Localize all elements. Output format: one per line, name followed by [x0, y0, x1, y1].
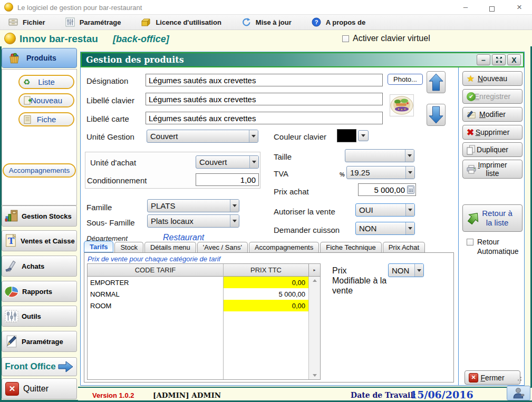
tab-stock[interactable]: Stock [114, 242, 143, 252]
keyboard-color-swatch[interactable] [337, 129, 356, 142]
maximize-button[interactable] [489, 4, 495, 14]
minimize-button[interactable]: – [458, 2, 473, 11]
libelle-clavier-label: Libellé clavier [86, 96, 134, 105]
user-session-button[interactable] [507, 386, 530, 400]
menu-licence-label: Licence d'utilisation [156, 18, 221, 26]
child-minimize-button[interactable]: – [477, 54, 490, 65]
virtual-keyboard-checkbox[interactable] [342, 35, 349, 42]
sidebar-item-liste[interactable]: ♻ Liste [18, 75, 74, 89]
quit-x-icon: ✕ [5, 382, 19, 396]
table-row[interactable]: NORMAL 5 000,00 [88, 288, 320, 300]
autoriser-vente-label: Autoriser la vente [274, 207, 335, 216]
sidebar-item-outils[interactable]: Outils [2, 306, 77, 327]
table-row[interactable]: ROOM 0,00 [88, 300, 320, 311]
conditionnement-input[interactable] [196, 173, 259, 186]
close-button[interactable]: × [511, 2, 527, 13]
enregistrer-button[interactable]: ✔ Enregistrer [462, 89, 523, 104]
sidebar-item-accompagnements[interactable]: Accompagnements [3, 163, 76, 178]
designation-input[interactable] [146, 74, 383, 86]
sidebar-item-accompagnements-label: Accompagnements [9, 166, 70, 174]
unite-achat-select[interactable]: Couvert [196, 155, 259, 169]
sidebar-item-fiche[interactable]: Fiche [18, 112, 74, 126]
supprimer-button[interactable]: ✖ Supprimer [462, 125, 523, 140]
tab-details-menu[interactable]: Détails menu [144, 242, 196, 252]
column-header-prix-ttc[interactable]: PRIX TTC [223, 264, 308, 276]
child-close-button[interactable]: X [507, 54, 521, 65]
modifier-button[interactable]: Modifier [462, 107, 523, 122]
tab-prix-achat[interactable]: Prix Achat [383, 242, 425, 252]
unite-gestion-select[interactable]: Couvert [147, 130, 258, 143]
sidebar-item-rapports[interactable]: Rapports [2, 281, 77, 302]
resize-grip[interactable] [517, 377, 521, 381]
sidebar-item-nouveau-label: Nouveau [31, 96, 62, 105]
sidebar-item-produits-label: Produits [26, 54, 56, 62]
window-title: Le logiciel de gestion pour bar-restaura… [17, 4, 142, 12]
table-row[interactable]: EMPORTER 0,00 [88, 277, 320, 288]
chevron-down-icon [405, 166, 414, 179]
prix-modifiable-select[interactable]: NON [388, 263, 424, 277]
libelle-carte-input[interactable] [146, 112, 383, 124]
demander-cuisson-label: Demander cuisson [274, 225, 340, 234]
sidebar-item-gestion-stocks[interactable]: Gestion Stocks [2, 205, 77, 227]
column-header-code-tarif[interactable]: CODE TARIF [88, 264, 223, 276]
sidebar-item-achats[interactable]: Achats [2, 256, 77, 277]
menu-parametrage[interactable]: Paramétrage [62, 16, 124, 28]
product-window-title: Gestion des produits [82, 55, 184, 65]
famille-select[interactable]: PLATS [147, 199, 239, 212]
sidebar-item-produits[interactable]: Produits [2, 48, 77, 68]
photo-button[interactable]: Photo... [388, 74, 423, 85]
nouveau-button[interactable]: ★ Nouveau [462, 71, 523, 86]
star-icon: ★ [467, 73, 475, 84]
column-options-icon[interactable]: ▸ [308, 264, 320, 276]
tab-fiche-technique[interactable]: Fiche Technique [320, 242, 381, 252]
sidebar-item-ventes-caisse[interactable]: T Ventes et Caisse [2, 230, 77, 251]
calculator-icon[interactable] [407, 185, 414, 194]
tab-tarifs[interactable]: Tarifs [84, 241, 113, 252]
sous-famille-label: Sous- Famille [86, 218, 135, 227]
imprimer-liste-button[interactable]: Imprimer liste [462, 160, 523, 179]
demander-cuisson-select[interactable]: NON [355, 222, 415, 235]
libelle-clavier-input[interactable] [146, 93, 383, 105]
front-office-button[interactable]: Front Office [2, 357, 77, 376]
child-maximize-button[interactable] [492, 54, 506, 65]
sous-famille-select[interactable]: Plats locaux [147, 214, 239, 228]
sidebar-item-nouveau[interactable]: Nouveau [18, 93, 74, 107]
taille-select[interactable] [345, 149, 414, 162]
menu-fichier[interactable]: Fichier [5, 16, 49, 28]
scroll-up-icon[interactable] [313, 279, 317, 282]
menu-licence[interactable]: Licence d'utilisation [138, 16, 224, 28]
autoriser-vente-select[interactable]: OUI [355, 203, 415, 217]
product-photo-thumbnail[interactable] [390, 94, 414, 119]
expand-icon [496, 56, 502, 63]
move-down-button[interactable] [427, 104, 446, 126]
version-label: Version 1.0.2 [92, 391, 134, 399]
sidebar-item-fiche-label: Fiche [37, 115, 56, 124]
menu-a-propos[interactable]: ? A propos de [308, 16, 369, 28]
quitter-button[interactable]: ✕ Quitter [2, 378, 77, 399]
tab-accompagnements[interactable]: Accompagnements [249, 242, 319, 252]
chevron-down-icon [414, 264, 423, 277]
table-scrollbar[interactable] [308, 277, 320, 379]
unite-gestion-label: Unité Gestion [86, 132, 134, 141]
dupliquer-button[interactable]: Dupliquer [462, 142, 523, 157]
column-divider [223, 264, 224, 379]
recycle-icon: ♻ [23, 77, 30, 87]
keyboard-color-dropdown-button[interactable] [358, 130, 369, 141]
app-name: Innov bar-restau [20, 33, 98, 45]
sidebar-item-achats-label: Achats [22, 262, 44, 270]
pen-page-icon [5, 335, 18, 348]
working-date-label: Date de Travail: [351, 391, 416, 399]
sidebar-item-parametrage[interactable]: Paramétrage [2, 331, 77, 352]
unite-achat-label: Unité d'achat [90, 158, 136, 167]
tva-select[interactable]: 19.25 [346, 166, 415, 179]
retour-auto-checkbox[interactable] [467, 239, 473, 246]
prix-achat-input[interactable]: 5 000,00 [358, 183, 416, 196]
move-up-button[interactable] [427, 71, 446, 93]
taille-label: Taille [274, 152, 292, 161]
scroll-down-icon[interactable] [313, 374, 317, 377]
retour-liste-button[interactable]: Retour à la liste [462, 204, 523, 232]
fermer-button[interactable]: ✕ Fermer [465, 370, 520, 385]
tab-avec-sans[interactable]: 'Avec / Sans' [197, 242, 248, 252]
delete-x-icon: ✖ [467, 127, 474, 138]
menu-mise-a-jour[interactable]: Mise à jour [238, 16, 295, 28]
